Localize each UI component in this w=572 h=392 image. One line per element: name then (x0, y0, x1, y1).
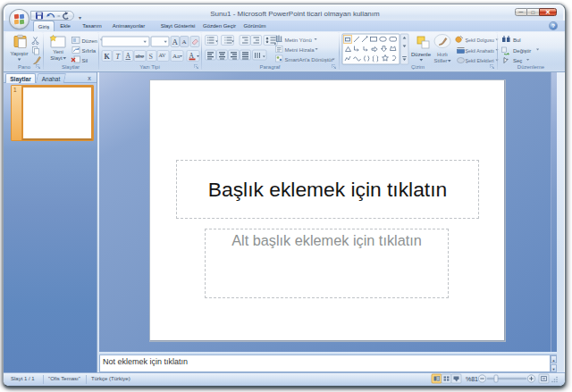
svg-text:Şekil Dolgusu: Şekil Dolgusu (466, 38, 494, 43)
svg-text:A: A (126, 52, 131, 60)
svg-text:abe: abe (136, 53, 145, 60)
svg-text:Şekil Anahattı: Şekil Anahattı (466, 48, 494, 54)
svg-text:Hızlı: Hızlı (437, 52, 448, 57)
svg-text:Sıfırla: Sıfırla (82, 48, 97, 54)
svg-text:Yapıştır: Yapıştır (10, 51, 28, 56)
svg-text:A: A (182, 38, 187, 46)
svg-text:Bul: Bul (513, 38, 521, 43)
svg-text:%81: %81 (466, 376, 478, 382)
svg-text:Stiller: Stiller (433, 58, 447, 63)
svg-text:A: A (189, 52, 195, 60)
svg-text:Sil: Sil (82, 58, 88, 63)
svg-text:Metni Hizala: Metni Hizala (285, 47, 315, 53)
svg-text:Seç: Seç (513, 58, 522, 63)
svg-text:S: S (149, 53, 153, 61)
svg-text:Düzenle: Düzenle (411, 52, 432, 57)
svg-text:SmartArt'a Dönüştür: SmartArt'a Dönüştür (285, 57, 333, 63)
svg-text:K: K (105, 53, 111, 61)
svg-text:Değiştir: Değiştir (513, 48, 531, 54)
svg-text:AV: AV (159, 53, 167, 58)
svg-text:Düzen: Düzen (82, 38, 97, 44)
svg-text:Şekil Efektleri: Şekil Efektleri (466, 58, 494, 63)
svg-text:Slayt: Slayt (50, 55, 63, 61)
svg-text:A: A (172, 38, 179, 46)
svg-text:Aa: Aa (172, 53, 181, 60)
svg-text:T: T (116, 53, 121, 61)
svg-text:Yeni: Yeni (53, 49, 63, 54)
svg-text:Metin Yönü: Metin Yönü (285, 38, 312, 43)
